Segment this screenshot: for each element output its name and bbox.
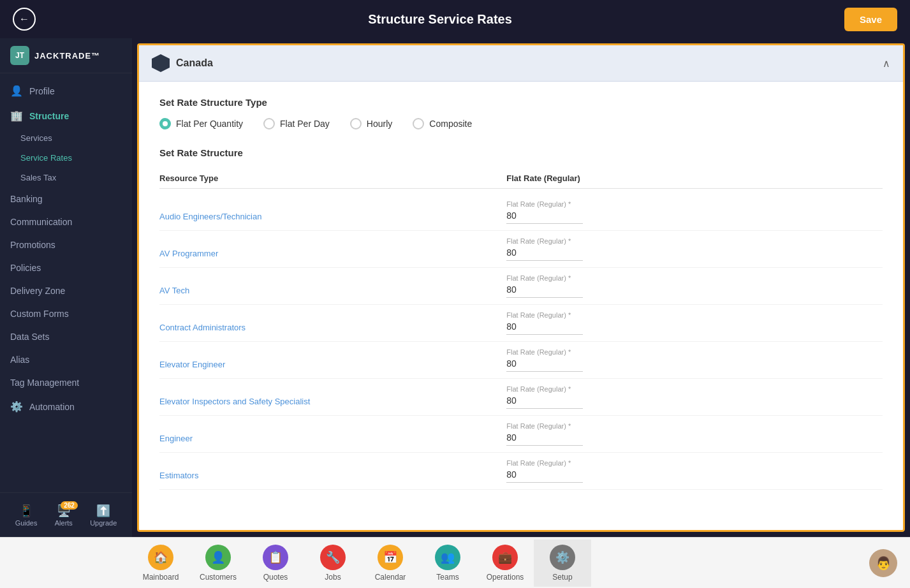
rate-input[interactable] xyxy=(506,247,583,261)
upgrade-label: Upgrade xyxy=(90,519,117,527)
sidebar-item-label: Custom Forms xyxy=(10,309,69,319)
rate-input[interactable] xyxy=(506,395,583,409)
sidebar-item-label: Automation xyxy=(29,402,75,412)
region-header: Canada ∧ xyxy=(139,45,903,82)
rate-field-label: Flat Rate (Regular) * xyxy=(506,311,883,319)
user-avatar[interactable]: 👨 xyxy=(869,549,897,577)
radio-flat-per-quantity[interactable]: Flat Per Quantity xyxy=(159,118,243,129)
bottom-nav-calendar[interactable]: 📅 Calendar xyxy=(362,540,419,587)
form-area: Set Rate Structure Type Flat Per Quantit… xyxy=(139,82,903,530)
bottom-nav-quotes[interactable]: 📋 Quotes xyxy=(247,540,304,587)
rate-field: Flat Rate (Regular) * xyxy=(506,422,883,446)
rate-field-label: Flat Rate (Regular) * xyxy=(506,422,883,430)
rate-table-header: Resource Type Flat Rate (Regular) xyxy=(159,168,883,189)
sidebar-item-automation[interactable]: ⚙️ Automation xyxy=(0,394,132,419)
sidebar-item-services[interactable]: Services xyxy=(0,128,132,148)
calendar-label: Calendar xyxy=(375,573,406,582)
set-rate-structure-label: Set Rate Structure xyxy=(159,147,883,158)
teams-icon: 👥 xyxy=(435,545,460,570)
upgrade-button[interactable]: ⬆️ Upgrade xyxy=(90,504,117,527)
table-row: Audio Engineers/Technician Flat Rate (Re… xyxy=(159,194,883,231)
resource-name: Elevator Engineer xyxy=(159,348,506,369)
content-inner: Canada ∧ Set Rate Structure Type Flat Pe… xyxy=(137,43,905,532)
sidebar-item-label: Banking xyxy=(10,194,43,204)
table-row: Contract Administrators Flat Rate (Regul… xyxy=(159,305,883,342)
sidebar-item-structure[interactable]: 🏢 Structure xyxy=(0,103,132,128)
sidebar-logo: JT JACKTRADE™ xyxy=(0,38,132,73)
radio-label-composite: Composite xyxy=(429,119,472,129)
jobs-icon: 🔧 xyxy=(320,545,346,570)
rate-field: Flat Rate (Regular) * xyxy=(506,348,883,372)
customers-label: Customers xyxy=(200,573,237,582)
radio-composite[interactable]: Composite xyxy=(413,118,472,129)
quotes-icon: 📋 xyxy=(263,545,288,570)
alerts-button[interactable]: 🖥️ 262 Alerts xyxy=(55,504,73,527)
automation-icon: ⚙️ xyxy=(10,401,23,413)
rate-structure-type-label: Set Rate Structure Type xyxy=(159,97,883,108)
radio-hourly[interactable]: Hourly xyxy=(350,118,392,129)
sidebar-item-delivery-zone[interactable]: Delivery Zone xyxy=(0,279,132,302)
bottom-nav-jobs[interactable]: 🔧 Jobs xyxy=(304,540,362,587)
rate-field: Flat Rate (Regular) * xyxy=(506,274,883,298)
rate-input[interactable] xyxy=(506,284,583,298)
rate-input[interactable] xyxy=(506,321,583,335)
radio-group: Flat Per Quantity Flat Per Day Hourly Co… xyxy=(159,118,883,129)
radio-label-flat-per-quantity: Flat Per Quantity xyxy=(176,119,243,129)
radio-flat-per-day[interactable]: Flat Per Day xyxy=(263,118,330,129)
region-hex-icon xyxy=(152,54,170,72)
back-button[interactable]: ← xyxy=(13,8,36,31)
radio-label-flat-per-day: Flat Per Day xyxy=(280,119,330,129)
sidebar-item-communication[interactable]: Communication xyxy=(0,210,132,233)
sidebar-item-service-rates[interactable]: Service Rates xyxy=(0,148,132,168)
guides-button[interactable]: 📱 Guides xyxy=(15,504,38,527)
rate-field-label: Flat Rate (Regular) * xyxy=(506,237,883,245)
logo-icon: JT xyxy=(10,46,29,65)
sidebar-item-banking[interactable]: Banking xyxy=(0,187,132,210)
col-resource-type: Resource Type xyxy=(159,173,506,183)
resource-name: AV Tech xyxy=(159,274,506,295)
sidebar-item-policies[interactable]: Policies xyxy=(0,256,132,279)
bottom-nav-mainboard[interactable]: 🏠 Mainboard xyxy=(132,540,189,587)
rate-input[interactable] xyxy=(506,358,583,372)
rate-field-label: Flat Rate (Regular) * xyxy=(506,385,883,393)
guides-icon: 📱 xyxy=(19,504,33,518)
radio-label-hourly: Hourly xyxy=(367,119,392,129)
sidebar-nav: 👤 Profile 🏢 Structure Services Service R… xyxy=(0,73,132,448)
sidebar-item-promotions[interactable]: Promotions xyxy=(0,233,132,256)
setup-label: Setup xyxy=(552,573,572,582)
profile-icon: 👤 xyxy=(10,85,23,97)
rate-input[interactable] xyxy=(506,432,583,446)
rate-field: Flat Rate (Regular) * xyxy=(506,200,883,224)
structure-icon: 🏢 xyxy=(10,110,23,122)
sidebar-bottom-icons: 📱 Guides 🖥️ 262 Alerts ⬆️ Upgrade xyxy=(0,492,132,537)
alerts-label: Alerts xyxy=(55,519,73,527)
sidebar-item-label: Delivery Zone xyxy=(10,286,65,296)
sidebar-item-alias[interactable]: Alias xyxy=(0,348,132,371)
table-row: AV Tech Flat Rate (Regular) * xyxy=(159,268,883,305)
sidebar-item-data-sets[interactable]: Data Sets xyxy=(0,325,132,348)
collapse-button[interactable]: ∧ xyxy=(883,57,890,70)
operations-icon: 💼 xyxy=(492,545,518,570)
setup-icon: ⚙️ xyxy=(550,545,575,570)
calendar-icon: 📅 xyxy=(378,545,403,570)
bottom-nav-setup[interactable]: ⚙️ Setup xyxy=(534,540,591,587)
table-row: Elevator Engineer Flat Rate (Regular) * xyxy=(159,342,883,379)
sidebar-item-profile[interactable]: 👤 Profile xyxy=(0,78,132,103)
sidebar-item-label: Promotions xyxy=(10,240,55,250)
bottom-nav-customers[interactable]: 👤 Customers xyxy=(189,540,247,587)
resource-name: Contract Administrators xyxy=(159,311,506,332)
sidebar-item-custom-forms[interactable]: Custom Forms xyxy=(0,302,132,325)
sidebar-item-sales-tax[interactable]: Sales Tax xyxy=(0,168,132,187)
radio-circle-hourly xyxy=(350,118,362,129)
rate-field: Flat Rate (Regular) * xyxy=(506,237,883,261)
sidebar-item-label: Tag Management xyxy=(10,378,79,388)
sidebar-item-tag-management[interactable]: Tag Management xyxy=(0,371,132,394)
rate-input[interactable] xyxy=(506,469,583,483)
sidebar-item-label: Communication xyxy=(10,217,72,227)
rate-input[interactable] xyxy=(506,210,583,224)
sidebar-item-label: Structure xyxy=(29,111,69,121)
save-button[interactable]: Save xyxy=(844,8,897,31)
bottom-nav-operations[interactable]: 💼 Operations xyxy=(476,540,534,587)
bottom-nav-teams[interactable]: 👥 Teams xyxy=(419,540,476,587)
teams-label: Teams xyxy=(436,573,459,582)
